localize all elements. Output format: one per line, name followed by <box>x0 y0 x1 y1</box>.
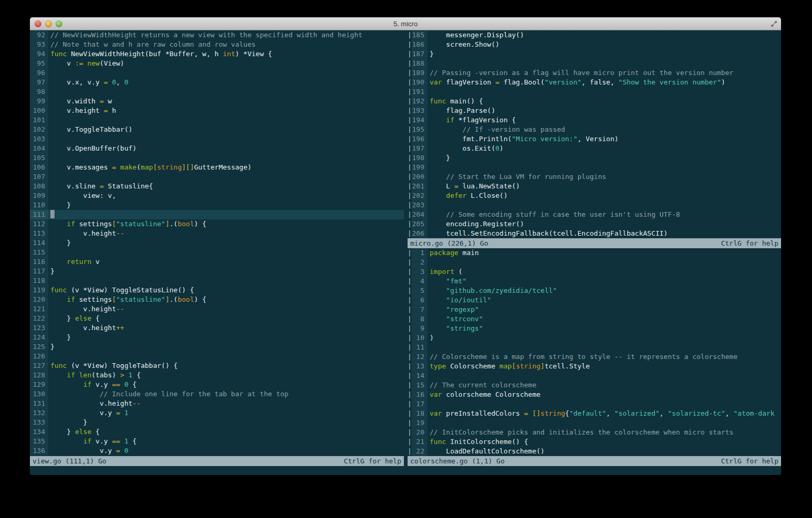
code-line[interactable]: |200 // Start the Lua VM for running plu… <box>404 172 781 182</box>
code-line[interactable]: 96 <box>30 68 404 78</box>
code-line[interactable]: 132 v.y = 1 <box>30 408 404 418</box>
code-line[interactable]: |203 <box>404 200 781 210</box>
code-line[interactable]: |189// Passing -version as a flag will h… <box>404 68 781 78</box>
code-line[interactable]: |7 "regexp" <box>404 305 781 314</box>
line-number: 197 <box>412 144 428 153</box>
code-line[interactable]: 100 v.height = h <box>30 106 404 115</box>
code-line[interactable]: 98 <box>30 87 404 97</box>
code-line[interactable]: 103 <box>30 134 404 144</box>
code-line[interactable]: 110 } <box>30 200 404 210</box>
code-line[interactable]: |201 L = lua.NewState() <box>404 182 781 191</box>
code-area-view-go[interactable]: 92// NewViewWidthHeight returns a new vi… <box>30 30 404 456</box>
code-line[interactable]: 116 return v <box>30 257 404 267</box>
code-line[interactable]: 117} <box>30 267 404 276</box>
code-line[interactable]: |202 defer L.Close() <box>404 191 781 200</box>
code-line[interactable]: 115 <box>30 248 404 257</box>
code-line[interactable]: 129 if v.y == 0 { <box>30 380 404 389</box>
code-line[interactable]: 111 <box>30 210 404 219</box>
code-line[interactable]: 136 v.y = 0 <box>30 446 404 456</box>
code-line[interactable]: |22 LoadDefaultColorscheme() <box>404 447 781 456</box>
code-line[interactable]: 106 v.messages = make(map[string][]Gutte… <box>30 163 404 172</box>
code-line[interactable]: |199 <box>404 163 781 172</box>
code-line[interactable]: |5 "github.com/zyedidia/tcell" <box>404 286 781 295</box>
code-line[interactable]: |194 if *flagVersion { <box>404 115 781 125</box>
code-line[interactable]: 118 <box>30 276 404 286</box>
code-line[interactable]: 122 } else { <box>30 314 404 323</box>
code-line[interactable]: |16var colorscheme Colorscheme <box>404 390 781 399</box>
code-area-colorscheme-go[interactable]: |1package main|2|3import (|4 "fmt"|5 "gi… <box>404 248 781 456</box>
code-line[interactable]: 101 <box>30 115 404 125</box>
code-line[interactable]: |21func InitColorscheme() { <box>404 437 781 447</box>
code-line[interactable]: 102 v.ToggleTabbar() <box>30 125 404 134</box>
code-line[interactable]: 94func NewViewWidthHeight(buf *Buffer, w… <box>30 49 404 59</box>
code-line[interactable]: |193 flag.Parse() <box>404 106 781 115</box>
code-line[interactable]: 93// Note that w and h are raw column an… <box>30 40 404 49</box>
code-line[interactable]: |10) <box>404 333 781 343</box>
editor-pane-colorscheme-go[interactable]: |1package main|2|3import (|4 "fmt"|5 "gi… <box>404 248 781 466</box>
code-line[interactable]: |8 "strconv" <box>404 314 781 324</box>
code-line[interactable]: |15// The current colorscheme <box>404 380 781 390</box>
code-line[interactable]: 119func (v *View) ToggleStatusLine() { <box>30 286 404 295</box>
code-line[interactable]: 95 v := new(View) <box>30 59 404 68</box>
code-line[interactable]: |205 encoding.Register() <box>404 219 781 229</box>
code-line[interactable]: 105 <box>30 153 404 163</box>
code-line[interactable]: |2 <box>404 258 781 267</box>
code-line[interactable]: 127func (v *View) ToggleTabbar() { <box>30 361 404 371</box>
code-line[interactable]: 104 v.OpenBuffer(buf) <box>30 144 404 153</box>
code-line[interactable]: 108 v.sline = Statusline{ <box>30 182 404 191</box>
code-line[interactable]: 99 v.width = w <box>30 97 404 106</box>
code-line[interactable]: 120 if settings["statusline"].(bool) { <box>30 295 404 304</box>
code-line[interactable]: 128 if len(tabs) > 1 { <box>30 371 404 380</box>
code-line[interactable]: 131 v.height-- <box>30 399 404 408</box>
code-line[interactable]: 121 v.height-- <box>30 304 404 314</box>
code-line[interactable]: |13type Colorscheme map[string]tcell.Sty… <box>404 362 781 371</box>
code-line[interactable]: 123 v.height++ <box>30 323 404 333</box>
code-line[interactable]: 125} <box>30 342 404 352</box>
code-line[interactable]: |197 os.Exit(0) <box>404 144 781 153</box>
code-line[interactable]: 135 if v.y == 1 { <box>30 437 404 446</box>
code-line[interactable]: |14 <box>404 371 781 380</box>
line-number: 126 <box>30 352 48 361</box>
code-line[interactable]: 92// NewViewWidthHeight returns a new vi… <box>30 30 404 40</box>
code-line[interactable]: |196 fmt.Println("Micro version:", Versi… <box>404 134 781 144</box>
code-line[interactable]: 97 v.x, v.y = 0, 0 <box>30 78 404 87</box>
code-line[interactable]: |6 "io/ioutil" <box>404 295 781 305</box>
code-line[interactable]: |19 <box>404 418 781 428</box>
code-line[interactable]: 133 } <box>30 418 404 427</box>
code-line[interactable]: |18var preInstalledColors = []string{"de… <box>404 409 781 418</box>
code-line[interactable]: 109 view: v, <box>30 191 404 200</box>
code-line[interactable]: 134 } else { <box>30 427 404 437</box>
code-line[interactable]: |11 <box>404 343 781 352</box>
code-line[interactable]: |186 screen.Show() <box>404 40 781 49</box>
code-line[interactable]: |1package main <box>404 248 781 258</box>
code-line[interactable]: |17 <box>404 399 781 409</box>
code-line[interactable]: |204 // Some encoding stuff in case the … <box>404 210 781 219</box>
code-line[interactable]: 112 if settings["statusline"].(bool) { <box>30 219 404 229</box>
code-line[interactable]: 130 // Include one line for the tab bar … <box>30 389 404 399</box>
code-line[interactable]: |3import ( <box>404 267 781 277</box>
editor-pane-view-go[interactable]: 92// NewViewWidthHeight returns a new vi… <box>30 30 404 466</box>
code-line[interactable]: |192func main() { <box>404 97 781 106</box>
code-line[interactable]: |20// InitColorscheme picks and initiali… <box>404 428 781 437</box>
code-line[interactable]: 124 } <box>30 333 404 342</box>
line-number: 120 <box>30 295 48 304</box>
code-area-micro-go[interactable]: |185 messenger.Display()|186 screen.Show… <box>404 30 781 238</box>
code-line[interactable]: |185 messenger.Display() <box>404 30 781 40</box>
code-line[interactable]: |4 "fmt" <box>404 277 781 286</box>
code-line[interactable]: |187} <box>404 49 781 59</box>
code-line[interactable]: |188 <box>404 59 781 68</box>
code-line[interactable]: |12// Colorscheme is a map from string t… <box>404 352 781 362</box>
code-line[interactable]: 114 } <box>30 238 404 248</box>
code-line[interactable]: 126 <box>30 352 404 361</box>
code-line[interactable]: |190var flagVersion = flag.Bool("version… <box>404 78 781 87</box>
code-line[interactable]: |195 // If -version was passed <box>404 125 781 134</box>
code-line[interactable]: |206 tcell.SetEncodingFallback(tcell.Enc… <box>404 229 781 238</box>
code-line[interactable]: |198 } <box>404 153 781 163</box>
window-titlebar[interactable]: 5. micro <box>30 17 781 30</box>
editor-pane-micro-go[interactable]: |185 messenger.Display()|186 screen.Show… <box>404 30 781 248</box>
diagonal-resize-arrows-icon[interactable] <box>770 19 778 28</box>
code-line[interactable]: 107 <box>30 172 404 182</box>
code-line[interactable]: 113 v.height-- <box>30 229 404 238</box>
code-line[interactable]: |191 <box>404 87 781 97</box>
code-line[interactable]: |9 "strings" <box>404 324 781 333</box>
